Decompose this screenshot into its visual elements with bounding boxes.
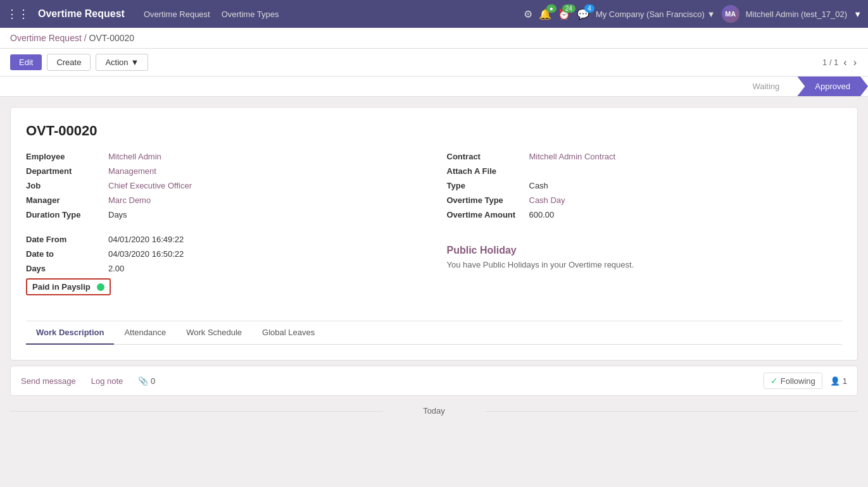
action-bar: Edit Create Action ▼ 1 / 1 ‹ ›: [0, 49, 868, 77]
department-value[interactable]: Management: [108, 166, 156, 176]
app-title: Overtime Request: [38, 8, 125, 20]
record-title: OVT-00020: [26, 123, 842, 139]
paid-payslip-row: Paid in Payslip: [26, 278, 422, 300]
attach-row: Attach A File: [447, 166, 843, 176]
overtime-amount-row: Overtime Amount 600.00: [447, 210, 843, 219]
manager-label: Manager: [26, 195, 108, 205]
form-right: Contract Mitchell Admin Contract Attach …: [447, 152, 843, 305]
avatar: MA: [722, 5, 739, 23]
public-holiday-title: Public Holiday: [447, 245, 843, 256]
tab-attendance[interactable]: Attendance: [114, 321, 176, 345]
tabs-section: Work Description Attendance Work Schedul…: [26, 321, 842, 345]
edit-button[interactable]: Edit: [10, 54, 42, 70]
form-left: Employee Mitchell Admin Department Manag…: [26, 152, 422, 305]
status-approved[interactable]: Approved: [797, 77, 868, 96]
job-value[interactable]: Chief Executive Officer: [108, 181, 192, 190]
duration-type-row: Duration Type Days: [26, 210, 422, 219]
today-label: Today: [423, 406, 445, 416]
employee-row: Employee Mitchell Admin: [26, 152, 422, 161]
pager-next[interactable]: ›: [852, 56, 858, 70]
tabs-nav: Work Description Attendance Work Schedul…: [26, 321, 842, 345]
activities-count: 0: [151, 376, 155, 386]
manager-value[interactable]: Marc Demo: [108, 195, 151, 205]
status-steps: Waiting Approved: [734, 77, 868, 96]
overtime-amount-label: Overtime Amount: [447, 210, 529, 219]
manager-row: Manager Marc Demo: [26, 195, 422, 205]
chat-badge: 4: [584, 4, 594, 13]
bug-icon[interactable]: ⚙: [524, 8, 532, 20]
log-note-btn[interactable]: Log note: [91, 376, 123, 386]
form-row: Employee Mitchell Admin Department Manag…: [26, 152, 842, 305]
public-holiday-text: You have Public Holidays in your Overtim…: [447, 260, 843, 269]
nav-right: ⚙ 🔔 ● ⏰ 24 💬 4 My Company (San Francisco…: [524, 5, 862, 23]
chat-icon[interactable]: 💬 4: [577, 8, 589, 20]
paid-payslip-highlight: Paid in Payslip: [26, 278, 111, 295]
overtime-type-label: Overtime Type: [447, 195, 529, 205]
date-to-value: 04/03/2020 16:50:22: [108, 249, 184, 259]
date-from-value: 04/01/2020 16:49:22: [108, 235, 184, 244]
pager: 1 / 1 ‹ ›: [822, 56, 858, 70]
status-bar: Waiting Approved: [0, 77, 868, 97]
create-button[interactable]: Create: [47, 54, 91, 71]
clock-icon[interactable]: ⏰ 24: [558, 8, 570, 20]
chatter-right: ✓ Following 👤 1: [764, 373, 847, 389]
action-button[interactable]: Action ▼: [96, 54, 148, 71]
department-row: Department Management: [26, 166, 422, 176]
company-selector[interactable]: My Company (San Francisco) ▼: [596, 9, 715, 19]
nav-overtime-request[interactable]: Overtime Request: [144, 9, 210, 19]
contract-label: Contract: [447, 152, 529, 161]
breadcrumb-current: OVT-00020: [89, 33, 135, 43]
pager-prev[interactable]: ‹: [842, 56, 848, 70]
breadcrumb-bar: Overtime Request / OVT-00020: [0, 28, 868, 49]
breadcrumb: Overtime Request / OVT-00020: [10, 33, 858, 43]
contract-value[interactable]: Mitchell Admin Contract: [529, 152, 616, 161]
date-from-row: Date From 04/01/2020 16:49:22: [26, 235, 422, 244]
form-card: OVT-00020 Employee Mitchell Admin Depart…: [10, 107, 858, 361]
action-label: Action: [105, 58, 128, 67]
overtime-amount-value: 600.00: [529, 210, 555, 219]
breadcrumb-parent[interactable]: Overtime Request: [10, 33, 82, 43]
overtime-type-value[interactable]: Cash Day: [529, 195, 565, 205]
status-waiting[interactable]: Waiting: [734, 77, 797, 96]
send-message-btn[interactable]: Send message: [21, 376, 76, 386]
days-row: Days 2.00: [26, 264, 422, 273]
employee-value[interactable]: Mitchell Admin: [108, 152, 161, 161]
chatter-bar: Send message Log note 📎 0 ✓ Following 👤 …: [10, 366, 858, 396]
paid-payslip-indicator: [97, 283, 104, 291]
job-row: Job Chief Executive Officer: [26, 181, 422, 190]
user-dropdown-icon[interactable]: ▼: [853, 9, 862, 19]
tab-work-description[interactable]: Work Description: [26, 321, 114, 345]
user-name[interactable]: Mitchell Admin (test_17_02): [746, 9, 847, 19]
paid-payslip-label: Paid in Payslip: [32, 282, 91, 292]
breadcrumb-separator: /: [84, 33, 89, 43]
date-from-label: Date From: [26, 235, 108, 244]
type-value: Cash: [529, 181, 548, 190]
type-label: Type: [447, 181, 529, 190]
days-label: Days: [26, 264, 108, 273]
employee-label: Employee: [26, 152, 108, 161]
nav-links: Overtime Request Overtime Types: [144, 9, 517, 19]
main-content: OVT-00020 Employee Mitchell Admin Depart…: [0, 97, 868, 487]
type-row: Type Cash: [447, 181, 843, 190]
tab-work-schedule[interactable]: Work Schedule: [176, 321, 252, 345]
notification-badge: ●: [546, 4, 557, 13]
company-name: My Company (San Francisco): [596, 9, 705, 19]
app-grid-icon[interactable]: ⋮⋮: [6, 7, 29, 21]
tab-global-leaves[interactable]: Global Leaves: [252, 321, 325, 345]
activities-btn[interactable]: 📎 0: [138, 376, 155, 386]
nav-overtime-types[interactable]: Overtime Types: [222, 9, 279, 19]
following-button[interactable]: ✓ Following: [764, 373, 822, 389]
follower-number: 1: [843, 376, 847, 386]
contract-row: Contract Mitchell Admin Contract: [447, 152, 843, 161]
paperclip-icon: 📎: [138, 376, 148, 386]
bell-icon[interactable]: 🔔 ●: [539, 8, 551, 20]
clock-badge: 24: [562, 4, 576, 13]
public-holiday-section: Public Holiday You have Public Holidays …: [447, 245, 843, 269]
following-label: Following: [781, 376, 815, 386]
date-to-row: Date to 04/03/2020 16:50:22: [26, 249, 422, 259]
overtime-type-row: Overtime Type Cash Day: [447, 195, 843, 205]
top-navigation: ⋮⋮ Overtime Request Overtime Request Ove…: [0, 0, 868, 28]
today-divider: Today: [10, 396, 858, 426]
follower-count[interactable]: 👤 1: [830, 376, 847, 386]
check-icon: ✓: [771, 376, 778, 386]
